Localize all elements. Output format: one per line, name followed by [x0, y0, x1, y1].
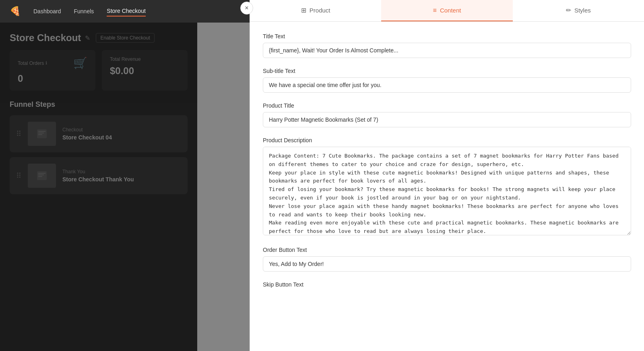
- subtitle-text-input[interactable]: [263, 77, 631, 93]
- subtitle-text-label: Sub-title Text: [263, 68, 631, 74]
- order-btn-group: Order Button Text: [263, 247, 631, 272]
- form-content: Title Text Sub-title Text Product Title …: [250, 22, 644, 351]
- title-text-input[interactable]: [263, 43, 631, 58]
- product-desc-textarea[interactable]: [263, 147, 631, 235]
- order-btn-input[interactable]: [263, 256, 631, 272]
- tab-content-label: Content: [440, 7, 461, 14]
- nav-store-checkout[interactable]: Store Checkout: [107, 6, 146, 17]
- product-desc-group: Product Description: [263, 137, 631, 237]
- subtitle-text-group: Sub-title Text: [263, 68, 631, 93]
- product-title-label: Product Title: [263, 102, 631, 109]
- product-title-group: Product Title: [263, 102, 631, 127]
- nav-funnels[interactable]: Funnels: [74, 6, 94, 16]
- nav-dashboard[interactable]: Dashboard: [33, 6, 61, 16]
- tab-content[interactable]: ≡ Content: [381, 0, 512, 21]
- styles-tab-icon: ✏: [566, 6, 571, 14]
- logo-icon: 🍕: [10, 6, 21, 17]
- tab-product[interactable]: ⊞ Product: [250, 0, 381, 21]
- right-panel: × ⊞ Product ≡ Content ✏ Styles Title Tex…: [250, 0, 644, 351]
- title-text-group: Title Text: [263, 33, 631, 58]
- skip-btn-group: Skip Button Text: [263, 281, 631, 288]
- product-tab-icon: ⊞: [301, 6, 306, 14]
- skip-btn-label: Skip Button Text: [263, 281, 631, 288]
- tab-styles[interactable]: ✏ Styles: [513, 0, 644, 21]
- content-tab-icon: ≡: [433, 7, 437, 14]
- tab-styles-label: Styles: [574, 7, 591, 14]
- product-desc-label: Product Description: [263, 137, 631, 143]
- product-title-input[interactable]: [263, 112, 631, 127]
- order-btn-label: Order Button Text: [263, 247, 631, 253]
- tab-bar: ⊞ Product ≡ Content ✏ Styles: [250, 0, 644, 22]
- close-button[interactable]: ×: [240, 2, 253, 15]
- title-text-label: Title Text: [263, 33, 631, 39]
- tab-product-label: Product: [310, 7, 330, 14]
